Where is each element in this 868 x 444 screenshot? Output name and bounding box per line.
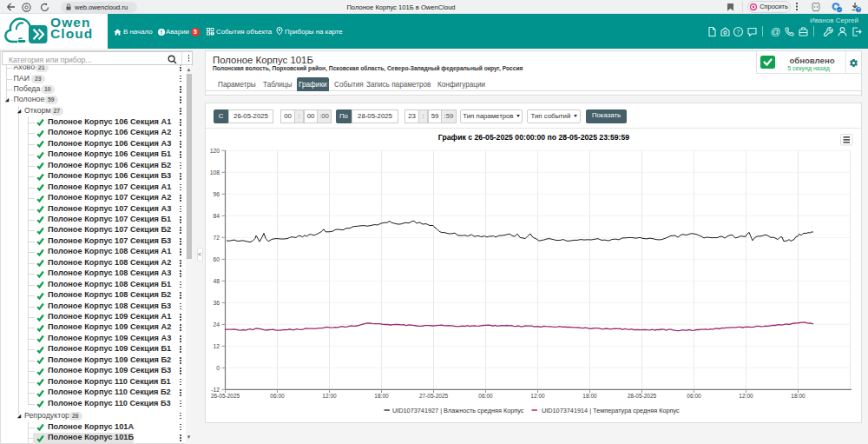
svg-text:26-05-2025: 26-05-2025: [211, 392, 240, 398]
svg-text:@: @: [771, 26, 781, 36]
svg-text:28-05-2025: 28-05-2025: [628, 392, 657, 398]
svg-text:График с 26-05-2025 00:00:00 п: График с 26-05-2025 00:00:00 по 28-05-20…: [438, 133, 629, 142]
svg-text:27-05-2025: 27-05-2025: [419, 392, 449, 398]
svg-text:?: ?: [857, 7, 859, 12]
svg-text:72: 72: [213, 234, 220, 240]
svg-text:18:00: 18:00: [791, 392, 806, 398]
svg-text:12: 12: [213, 342, 220, 348]
svg-text:?: ?: [737, 29, 740, 35]
svg-text:UID1073741914 | Температура ср: UID1073741914 | Температура средняя Корп…: [542, 406, 680, 414]
svg-text:12:00: 12:00: [322, 392, 337, 398]
svg-text:12:00: 12:00: [530, 392, 545, 398]
svg-text:06:00: 06:00: [687, 392, 701, 398]
svg-text:12:00: 12:00: [739, 392, 753, 398]
svg-text:120: 120: [210, 147, 220, 153]
svg-text:18:00: 18:00: [582, 392, 597, 398]
svg-text:24: 24: [213, 321, 220, 327]
svg-text:108: 108: [210, 169, 220, 175]
svg-text:06:00: 06:00: [478, 392, 493, 398]
svg-text:06:00: 06:00: [270, 392, 285, 398]
svg-text:0: 0: [216, 364, 220, 370]
svg-text:UID1073741927 | Влажность сред: UID1073741927 | Влажность средняя Корпус: [392, 406, 524, 414]
svg-text:60: 60: [213, 255, 220, 262]
svg-text:84: 84: [213, 212, 220, 218]
svg-text:18:00: 18:00: [374, 392, 389, 398]
svg-text:96: 96: [213, 190, 220, 196]
svg-text:48: 48: [213, 277, 220, 283]
svg-text:36: 36: [213, 299, 220, 305]
